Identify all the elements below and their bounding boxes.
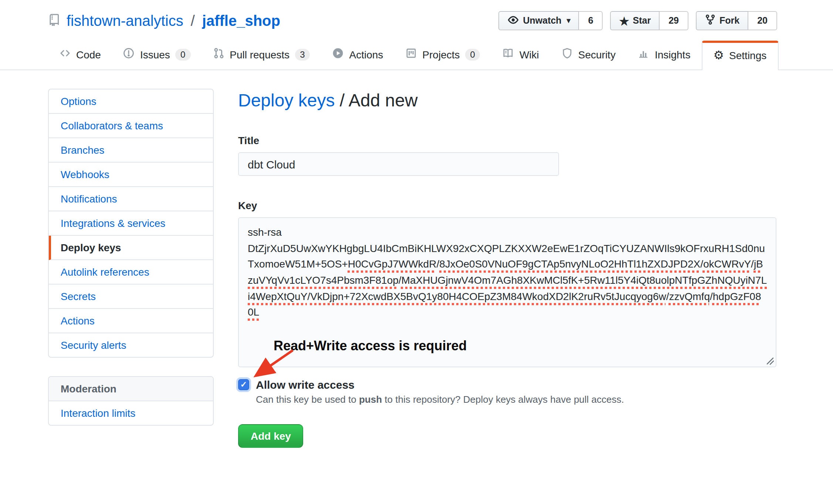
issue-opened-icon xyxy=(123,47,135,61)
note-text: Can this key be used to xyxy=(256,394,359,405)
eye-icon xyxy=(507,14,519,28)
repo-icon xyxy=(48,12,61,29)
title-field-label: Title xyxy=(238,134,776,146)
sidebar-item-actions[interactable]: Actions xyxy=(49,309,213,333)
check-icon: ✓ xyxy=(240,381,247,389)
fork-group: Fork 20 xyxy=(696,11,777,30)
git-pull-request-icon xyxy=(213,47,224,61)
write-access-note: Can this key be used to push to this rep… xyxy=(256,394,776,405)
tab-pull-requests[interactable]: Pull requests 3 xyxy=(202,39,321,69)
fork-icon xyxy=(705,14,716,27)
sidebar-item-branches[interactable]: Branches xyxy=(49,138,213,163)
note-push-bold: push xyxy=(359,394,382,405)
tab-label: Insights xyxy=(655,48,691,60)
caret-down-icon: ▾ xyxy=(567,17,570,24)
fork-count[interactable]: 20 xyxy=(748,11,777,30)
breadcrumb-separator: / xyxy=(335,90,348,110)
repo-separator: / xyxy=(189,12,196,29)
sidebar-item-security-alerts[interactable]: Security alerts xyxy=(49,333,213,357)
sidebar-item-interaction-limits[interactable]: Interaction limits xyxy=(49,401,213,425)
moderation-heading: Moderation xyxy=(49,377,213,401)
key-text: DtZjrXuD5UwXwYKHgbgLU4IbCmBiKHLWX92xCXQP… xyxy=(248,241,767,321)
title-input[interactable] xyxy=(238,152,559,176)
tab-label: Code xyxy=(76,48,101,60)
tab-label: Issues xyxy=(140,48,170,60)
sidebar-item-integrations-services[interactable]: Integrations & services xyxy=(49,211,213,236)
key-text-line1: ssh-rsa xyxy=(248,225,767,241)
repo-name-link[interactable]: jaffle_shop xyxy=(202,12,280,29)
tab-label: Security xyxy=(578,48,616,60)
repo-actions: Unwatch ▾ 6 ★ Star 29 xyxy=(498,11,777,30)
tab-issues[interactable]: Issues 0 xyxy=(112,39,202,69)
deploy-key-form: Deploy keys / Add new Title Key ssh-rsa … xyxy=(238,89,776,448)
shield-icon xyxy=(561,47,573,61)
tab-security[interactable]: Security xyxy=(550,39,627,69)
sidebar-item-secrets[interactable]: Secrets xyxy=(49,285,213,309)
issues-count-badge: 0 xyxy=(175,48,190,60)
moderation-menu: Moderation Interaction limits xyxy=(48,376,214,426)
tab-settings[interactable]: ⚙ Settings xyxy=(701,41,778,70)
watch-group: Unwatch ▾ 6 xyxy=(498,11,603,30)
star-label: Star xyxy=(633,16,651,26)
unwatch-label: Unwatch xyxy=(523,16,561,26)
book-icon xyxy=(502,47,514,61)
repo-title: fishtown-analytics / jaffle_shop xyxy=(48,12,280,29)
star-group: ★ Star 29 xyxy=(610,11,688,30)
star-button[interactable]: ★ Star xyxy=(610,11,660,30)
deploy-keys-breadcrumb-link[interactable]: Deploy keys xyxy=(238,90,335,110)
tab-label: Wiki xyxy=(519,48,539,60)
sidebar-item-webhooks[interactable]: Webhooks xyxy=(49,163,213,187)
pull-requests-count-badge: 3 xyxy=(295,48,310,60)
github-settings-page: fishtown-analytics / jaffle_shop Unwatch… xyxy=(0,0,833,504)
note-text: to this repository? Deploy keys always h… xyxy=(382,394,624,405)
tab-code[interactable]: Code xyxy=(48,39,112,69)
graph-icon xyxy=(638,47,650,61)
repo-tab-nav: Code Issues 0 Pull requests xyxy=(0,39,833,70)
textarea-resize-grip[interactable] xyxy=(766,357,774,365)
fork-button[interactable]: Fork xyxy=(696,11,748,30)
tab-projects[interactable]: Projects 0 xyxy=(394,39,491,69)
gear-icon: ⚙ xyxy=(713,50,724,61)
settings-menu: Options Collaborators & teams Branches W… xyxy=(48,89,214,358)
watch-count[interactable]: 6 xyxy=(579,11,603,30)
allow-write-access-checkbox[interactable]: ✓ xyxy=(238,379,249,390)
play-icon xyxy=(332,47,344,61)
sidebar-item-deploy-keys[interactable]: Deploy keys xyxy=(49,236,213,260)
tab-actions[interactable]: Actions xyxy=(321,39,395,69)
sidebar-item-collaborators-teams[interactable]: Collaborators & teams xyxy=(49,114,213,138)
readwrite-annotation: Read+Write access is required xyxy=(274,338,467,354)
tab-label: Projects xyxy=(422,48,460,60)
fork-label: Fork xyxy=(719,16,739,26)
settings-sidebar: Options Collaborators & teams Branches W… xyxy=(48,89,214,426)
unwatch-button[interactable]: Unwatch ▾ xyxy=(498,11,579,30)
key-field-label: Key xyxy=(238,200,776,211)
projects-count-badge: 0 xyxy=(465,48,480,60)
tab-label: Settings xyxy=(729,50,766,61)
breadcrumb-current: Add new xyxy=(349,90,418,110)
add-key-button[interactable]: Add key xyxy=(238,424,304,448)
page-title: Deploy keys / Add new xyxy=(238,90,776,111)
project-icon xyxy=(405,47,417,61)
tab-insights[interactable]: Insights xyxy=(627,39,702,69)
code-icon xyxy=(59,47,71,61)
sidebar-item-notifications[interactable]: Notifications xyxy=(49,187,213,211)
tab-label: Actions xyxy=(349,48,383,60)
repo-owner-link[interactable]: fishtown-analytics xyxy=(67,12,183,29)
repo-header: fishtown-analytics / jaffle_shop Unwatch… xyxy=(0,0,833,30)
tab-wiki[interactable]: Wiki xyxy=(491,39,550,69)
tab-label: Pull requests xyxy=(230,48,289,60)
allow-write-access-label[interactable]: Allow write access xyxy=(256,378,355,391)
star-icon: ★ xyxy=(619,15,629,26)
sidebar-item-autolink-references[interactable]: Autolink references xyxy=(49,260,213,285)
sidebar-item-options[interactable]: Options xyxy=(49,89,213,114)
star-count[interactable]: 29 xyxy=(660,11,688,30)
